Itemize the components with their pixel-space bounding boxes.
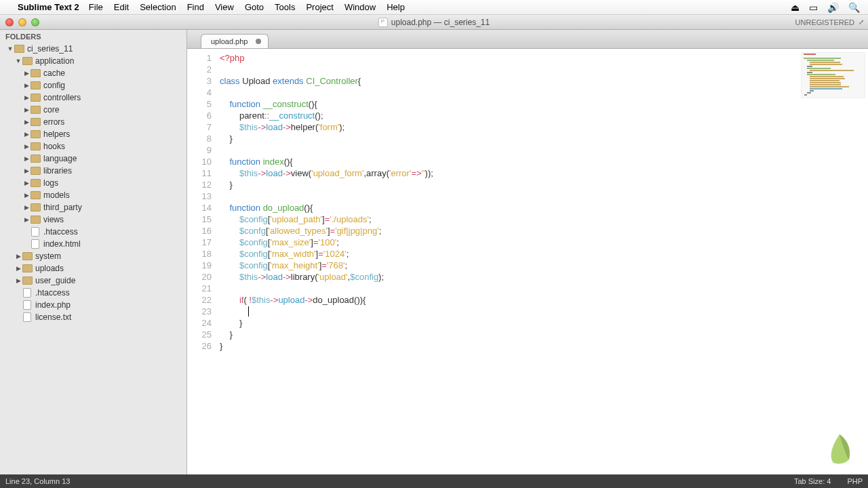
tree-item-ci-series-11[interactable]: ▼ci_series_11: [0, 43, 186, 55]
code-line-18[interactable]: $config['max_width']='1024';: [220, 248, 868, 260]
tab-upload-php[interactable]: upload.php: [201, 34, 269, 48]
code-line-9[interactable]: [220, 144, 868, 156]
code-line-17[interactable]: $config['max_size']='100';: [220, 237, 868, 248]
tree-item-hooks[interactable]: ▶hooks: [0, 140, 186, 152]
disclosure-icon[interactable]: ▶: [23, 143, 30, 150]
folder-icon: [30, 142, 41, 151]
code-line-25[interactable]: }: [220, 329, 868, 340]
disclosure-icon[interactable]: ▶: [23, 155, 30, 162]
window-zoom-button[interactable]: [31, 18, 39, 26]
code-line-14[interactable]: function do_upload(){: [220, 202, 868, 214]
tree-item-third-party[interactable]: ▶third_party: [0, 201, 186, 214]
menu-view[interactable]: View: [215, 2, 234, 12]
code-line-8[interactable]: }: [220, 133, 868, 144]
menu-selection[interactable]: Selection: [140, 2, 176, 12]
tree-item-logs[interactable]: ▶logs: [0, 177, 186, 189]
tree-item-errors[interactable]: ▶errors: [0, 116, 186, 128]
tree-item-license-txt[interactable]: license.txt: [0, 311, 186, 323]
tree-item-libraries[interactable]: ▶libraries: [0, 165, 186, 177]
code-line-1[interactable]: <?php: [220, 52, 868, 64]
menu-goto[interactable]: Goto: [245, 2, 264, 12]
tree-item-label: controllers: [43, 93, 81, 102]
tree-item-label: index.html: [43, 239, 81, 249]
tree-item-core[interactable]: ▶core: [0, 104, 186, 116]
code-line-6[interactable]: parent::__construct();: [220, 110, 868, 121]
code-editor[interactable]: 1234567891011121314151617181920212223242…: [187, 49, 868, 474]
code-content[interactable]: <?phpclass Upload extends CI_Controller{…: [217, 49, 868, 474]
tree-item-views[interactable]: ▶views: [0, 214, 186, 226]
tree-item--htaccess[interactable]: .htaccess: [0, 226, 186, 238]
menu-help[interactable]: Help: [387, 2, 405, 12]
disclosure-icon[interactable]: ▶: [23, 216, 30, 223]
code-line-5[interactable]: function __construct(){: [220, 98, 868, 110]
code-line-15[interactable]: $config['upload_path']='./uploads';: [220, 214, 868, 225]
app-name[interactable]: Sublime Text 2: [18, 2, 79, 12]
tree-item-models[interactable]: ▶models: [0, 189, 186, 201]
folder-icon: [30, 215, 41, 224]
disclosure-icon[interactable]: ▶: [23, 119, 30, 125]
code-line-2[interactable]: [220, 64, 868, 75]
menu-project[interactable]: Project: [306, 2, 333, 12]
menu-tools[interactable]: Tools: [275, 2, 295, 12]
code-line-26[interactable]: }: [220, 340, 868, 352]
code-line-7[interactable]: $this->load->helper('form');: [220, 121, 868, 133]
folder-icon: [30, 166, 41, 176]
code-line-19[interactable]: $config['max_height']='768';: [220, 260, 868, 271]
tab-label: upload.php: [211, 37, 248, 45]
disclosure-icon[interactable]: ▶: [23, 106, 30, 113]
airplay-icon[interactable]: ⏏: [791, 2, 800, 13]
disclosure-icon[interactable]: ▶: [23, 70, 30, 77]
fullscreen-icon[interactable]: ⤢: [859, 18, 864, 26]
file-icon: [22, 300, 33, 310]
tree-item-uploads[interactable]: ▶uploads: [0, 262, 186, 274]
disclosure-icon[interactable]: ▶: [23, 131, 30, 138]
tree-item-helpers[interactable]: ▶helpers: [0, 128, 186, 140]
code-line-21[interactable]: [220, 283, 868, 294]
menu-edit[interactable]: Edit: [114, 2, 129, 12]
code-line-16[interactable]: $confg['allowed_types']='gif|jpg|png';: [220, 225, 868, 237]
tree-item-index-php[interactable]: index.php: [0, 299, 186, 311]
window-minimize-button[interactable]: [18, 18, 26, 26]
code-line-12[interactable]: }: [220, 179, 868, 190]
folder-sidebar[interactable]: FOLDERS ▼ci_series_11▼application▶cache▶…: [0, 30, 187, 474]
code-line-11[interactable]: $this->load->view('upload_form',array('e…: [220, 167, 868, 179]
code-line-22[interactable]: if( !$this->upload->do_upload()){: [220, 294, 868, 306]
code-line-10[interactable]: function index(){: [220, 156, 868, 167]
disclosure-icon[interactable]: ▶: [15, 265, 22, 272]
menu-find[interactable]: Find: [187, 2, 204, 12]
disclosure-icon[interactable]: ▶: [23, 94, 30, 101]
code-line-24[interactable]: }: [220, 317, 868, 329]
tree-item-controllers[interactable]: ▶controllers: [0, 92, 186, 104]
disclosure-icon[interactable]: ▶: [23, 180, 30, 186]
tree-item-system[interactable]: ▶system: [0, 250, 186, 262]
tree-item-cache[interactable]: ▶cache: [0, 67, 186, 79]
tree-item-application[interactable]: ▼application: [0, 55, 186, 67]
tree-item-config[interactable]: ▶config: [0, 79, 186, 92]
disclosure-icon[interactable]: ▶: [23, 82, 30, 89]
disclosure-icon[interactable]: ▶: [23, 167, 30, 174]
tree-item-language[interactable]: ▶language: [0, 152, 186, 165]
window-close-button[interactable]: [5, 18, 14, 26]
disclosure-icon[interactable]: ▶: [23, 192, 30, 199]
code-line-4[interactable]: [220, 87, 868, 98]
disclosure-icon[interactable]: ▶: [15, 253, 22, 260]
code-line-20[interactable]: $this->load->library('upload',$config);: [220, 271, 868, 283]
tree-item--htaccess[interactable]: .htaccess: [0, 287, 186, 299]
display-icon[interactable]: ▭: [809, 2, 818, 13]
tree-item-user-guide[interactable]: ▶user_guide: [0, 274, 186, 287]
disclosure-icon[interactable]: ▶: [23, 204, 30, 211]
code-line-3[interactable]: class Upload extends CI_Controller{: [220, 75, 868, 87]
code-line-23[interactable]: [220, 306, 868, 317]
minimap[interactable]: [801, 52, 865, 98]
menu-window[interactable]: Window: [344, 2, 376, 12]
spotlight-icon[interactable]: 🔍: [848, 2, 860, 13]
code-line-13[interactable]: [220, 190, 868, 202]
volume-icon[interactable]: 🔊: [827, 2, 839, 13]
disclosure-icon[interactable]: ▼: [15, 58, 22, 64]
tree-item-index-html[interactable]: index.html: [0, 238, 186, 250]
disclosure-icon[interactable]: ▶: [15, 277, 22, 284]
menu-file[interactable]: File: [89, 2, 103, 12]
tab-size-selector[interactable]: Tab Size: 4: [794, 477, 831, 485]
syntax-selector[interactable]: PHP: [847, 477, 863, 485]
disclosure-icon[interactable]: ▼: [7, 45, 14, 52]
